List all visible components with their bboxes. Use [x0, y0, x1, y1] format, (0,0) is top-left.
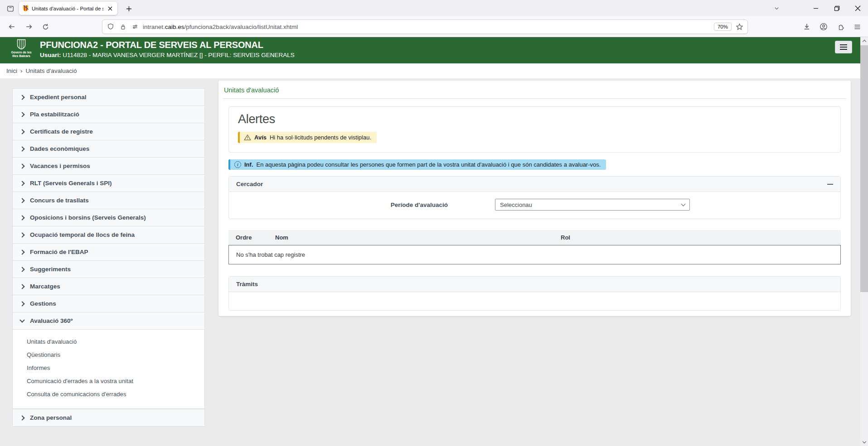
column-header-rol: Rol [561, 234, 841, 241]
tramits-header: Tràmits [229, 277, 840, 292]
logo-text-line2: Illes Balears [12, 54, 30, 58]
tab-title: Unitats d'avaluació - Portal de s [32, 6, 103, 11]
sidebar-item-certificats-de-registre[interactable]: Certificats de registre [13, 123, 204, 140]
sidebar-item-label: Expedient personal [30, 94, 87, 101]
lock-icon[interactable] [118, 22, 127, 31]
url-text[interactable]: intranet.caib.es/pfunciona2back/avaluaci… [143, 24, 711, 30]
alerts-panel: Alertes Avís Hi ha sol·licituds pendents… [228, 106, 841, 153]
site-favicon [22, 5, 29, 12]
collapse-minus-icon[interactable] [827, 184, 833, 185]
tab-list-chevron-icon[interactable] [769, 0, 784, 16]
tracking-shield-icon[interactable] [106, 22, 115, 31]
sidebar-item-zona-personal[interactable]: Zona personal [13, 409, 204, 426]
user-label: Usuari: [40, 52, 61, 58]
extensions-icon[interactable] [836, 22, 845, 31]
url-bar[interactable]: intranet.caib.es/pfunciona2back/avaluaci… [102, 19, 748, 34]
sidebar-item-expedient-personal[interactable]: Expedient personal [13, 89, 204, 106]
sidebar-item-pla-estabilitzacio[interactable]: Pla estabilització [13, 106, 204, 123]
browser-tab[interactable]: Unitats d'avaluació - Portal de s [19, 2, 117, 15]
new-tab-button[interactable] [123, 3, 134, 14]
forward-icon[interactable] [24, 22, 34, 31]
info-message: En aquesta pàgina podeu consultar les pe… [257, 161, 601, 168]
submenu-item-questionaris[interactable]: Qüestionaris [13, 348, 204, 361]
downloads-icon[interactable] [802, 22, 811, 31]
app-menu-button[interactable] [835, 41, 852, 53]
chevron-right-icon [19, 267, 24, 272]
submenu-item-informes[interactable]: Informes [13, 361, 204, 374]
sidebar-item-dades-economiques[interactable]: Dades econòmiques [13, 140, 204, 158]
minimize-icon[interactable] [805, 0, 826, 16]
close-window-icon[interactable] [847, 0, 868, 16]
submenu-item-consulta-de-comunicacions[interactable]: Consulta de comunicacions d'errades [13, 388, 204, 401]
sidebar-item-label: RLT (Serveis Generals i SPI) [30, 180, 112, 187]
app-title: PFUNCIONA2 - PORTAL DE SERVEIS AL PERSON… [40, 40, 263, 50]
sidebar-item-concurs-de-trasllats[interactable]: Concurs de trasllats [13, 192, 204, 209]
menu-hamburger-icon[interactable] [853, 22, 862, 31]
sidebar-item-ocupacio-temporal[interactable]: Ocupació temporal de llocs de feina [13, 226, 204, 244]
cercador-panel: Cercador Període d'avaluació Seleccionau [228, 176, 841, 219]
sidebar-item-label: Zona personal [30, 414, 72, 421]
sidebar-item-formacio-ebap[interactable]: Formació de l'EBAP [13, 244, 204, 261]
sidebar-submenu-avaluacio-360: Unitats d'avaluació Qüestionaris Informe… [13, 330, 204, 409]
scrollbar-down-arrow[interactable] [860, 438, 868, 446]
sidebar-item-oposicions-i-borsins[interactable]: Oposicions i borsins (Serveis Generals) [13, 209, 204, 226]
warning-message: Hi ha sol·licituds pendents de vistiplau… [270, 134, 371, 141]
back-icon[interactable] [7, 22, 16, 31]
tramits-body [229, 292, 840, 310]
sidebar-item-avaluacio-360[interactable]: Avaluació 360º [13, 312, 204, 330]
warning-label: Avís [254, 134, 267, 141]
tramits-panel: Tràmits [228, 276, 841, 311]
period-select-value: Seleccionau [500, 201, 532, 208]
chevron-right-icon [19, 215, 24, 220]
empty-results-message: No s'ha trobat cap registre [228, 245, 841, 264]
cercador-header: Cercador [229, 177, 840, 192]
account-icon[interactable] [819, 22, 828, 31]
chevron-right-icon [19, 95, 24, 100]
alerts-heading: Alertes [238, 112, 831, 126]
zoom-level-indicator[interactable]: 70% [714, 23, 732, 31]
submenu-item-comunicacio-derrades[interactable]: Comunicació d'errades a la vostra unitat [13, 374, 204, 388]
info-label: Inf. [244, 161, 253, 168]
tab-close-icon[interactable] [106, 5, 114, 13]
app-user-line: Usuari: U114828 - MARIA VANESA VERGER MA… [40, 52, 295, 58]
info-bar: i Inf. En aquesta pàgina podeu consultar… [228, 159, 606, 170]
url-domain: caib.es [165, 24, 184, 30]
sidebar-item-marcatges[interactable]: Marcatges [13, 278, 204, 295]
sidebar-item-rlt[interactable]: RLT (Serveis Generals i SPI) [13, 175, 204, 192]
sidebar-item-label: Certificats de registre [30, 128, 93, 135]
sidebar-item-suggeriments[interactable]: Suggeriments [13, 261, 204, 278]
info-circle-icon: i [234, 161, 241, 168]
sidebar-item-label: Avaluació 360º [30, 317, 73, 324]
sidebar-item-label: Oposicions i borsins (Serveis Generals) [30, 214, 146, 221]
bookmark-star-icon[interactable] [735, 22, 744, 31]
chevron-right-icon [19, 129, 24, 134]
sidebar-item-label: Ocupació temporal de llocs de feina [30, 231, 135, 238]
permissions-icon[interactable] [131, 22, 140, 31]
chevron-right-icon [19, 146, 24, 151]
sidebar-item-label: Dades econòmiques [30, 145, 89, 152]
period-select[interactable]: Seleccionau [495, 199, 690, 211]
sidebar-item-gestions[interactable]: Gestions [13, 295, 204, 312]
breadcrumb-home-link[interactable]: Inici [6, 67, 17, 74]
window-controls [805, 0, 868, 16]
logo-text-line1: Govern de les [11, 51, 32, 54]
cercador-form-row: Període d'avaluació Seleccionau [229, 192, 840, 219]
breadcrumb-current: Unitats d'avaluació [26, 67, 77, 74]
scrollbar-thumb[interactable] [860, 45, 868, 292]
page-scrollbar[interactable] [860, 37, 868, 446]
firefox-view-icon[interactable] [5, 4, 15, 14]
chevron-down-icon [19, 317, 24, 322]
scrollbar-up-arrow[interactable] [860, 37, 868, 45]
url-path: /pfunciona2back/avaluacio/listUnitat.xht… [184, 24, 298, 30]
sidebar-item-vacances-i-permisos[interactable]: Vacances i permisos [13, 158, 204, 175]
sidebar-menu: Expedient personal Pla estabilització Ce… [12, 88, 205, 427]
submenu-item-unitats-davaluacio[interactable]: Unitats d'avaluació [13, 335, 204, 348]
url-subdomain: intranet. [143, 24, 165, 30]
sidebar-item-label: Concurs de trasllats [30, 197, 89, 204]
restore-icon[interactable] [826, 0, 847, 16]
results-table: Ordre Nom Rol No s'ha trobat cap registr… [228, 230, 841, 264]
chevron-right-icon [19, 198, 24, 203]
user-info: U114828 - MARIA VANESA VERGER MARTÍNEZ [… [63, 52, 294, 58]
period-label: Període d'avaluació [229, 201, 448, 208]
reload-icon[interactable] [41, 22, 50, 31]
